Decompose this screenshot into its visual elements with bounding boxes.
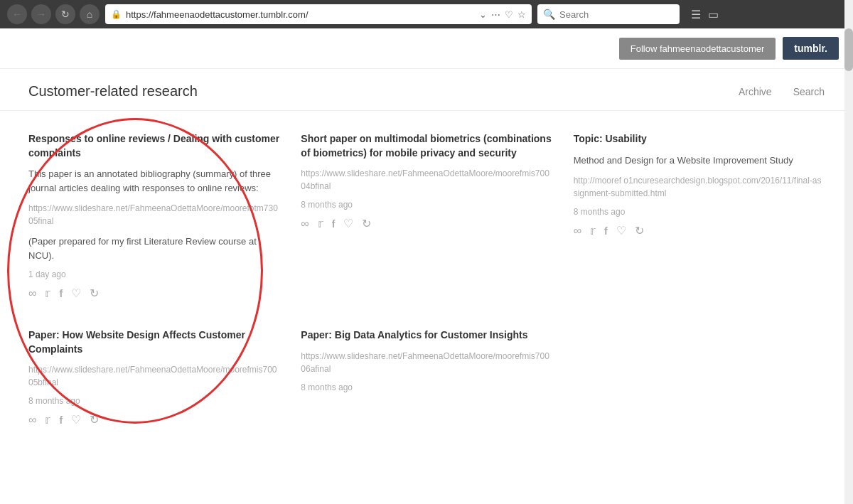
url-text: https://fahmeenaodettacustomer.tumblr.co…	[126, 9, 475, 20]
archive-link[interactable]: Archive	[739, 86, 772, 97]
sidebar-icon[interactable]: ▭	[708, 8, 719, 21]
post-body: Method and Design for a Website Improvem…	[574, 154, 825, 168]
post-time: 8 months ago	[574, 207, 825, 217]
browser-search-input[interactable]	[559, 9, 674, 20]
post-title: Short paper on multimodal biometrics (co…	[301, 132, 552, 160]
browser-chrome: ← → ↻ ⌂ 🔒 https://fahmeenaodettacustomer…	[0, 0, 853, 28]
search-icon: 🔍	[543, 9, 555, 20]
permalink-button[interactable]: ∞	[28, 414, 36, 427]
post-link: https://www.slideshare.net/FahmeenaOdett…	[301, 350, 552, 375]
twitter-share-button[interactable]: 𝕣	[318, 217, 323, 230]
post-item: Topic: Usability Method and Design for a…	[574, 132, 825, 300]
post-time: 8 months ago	[301, 382, 552, 392]
tumblr-button[interactable]: tumblr.	[783, 37, 839, 60]
blog-title: Customer-related research	[28, 83, 198, 100]
twitter-share-button[interactable]: 𝕣	[590, 224, 596, 237]
posts-container: Responses to online reviews / Dealing wi…	[0, 111, 853, 448]
post-time: 8 months ago	[301, 200, 552, 210]
blog-nav: Archive Search	[739, 86, 825, 97]
facebook-share-button[interactable]: f	[332, 218, 336, 230]
back-button[interactable]: ←	[7, 4, 27, 24]
scrollbar-thumb[interactable]	[844, 28, 853, 71]
scrollbar[interactable]	[844, 0, 853, 504]
like-button[interactable]: ♡	[343, 217, 353, 230]
dropdown-icon[interactable]: ⌄	[479, 9, 487, 20]
post-item: Paper: How Website Design Affects Custom…	[28, 328, 279, 427]
blog-header: Customer-related research Archive Search	[0, 69, 853, 111]
follow-button[interactable]: Follow fahmeenaodettacustomer	[619, 38, 776, 60]
post-item: Paper: Big Data Analytics for Customer I…	[301, 328, 552, 427]
star-icon[interactable]: ☆	[517, 9, 526, 20]
reblog-button[interactable]: ↻	[90, 286, 99, 300]
reblog-button[interactable]: ↻	[362, 217, 371, 230]
library-icon[interactable]: ☰	[691, 8, 701, 21]
post-time: 1 day ago	[28, 269, 279, 279]
twitter-share-button[interactable]: 𝕣	[45, 413, 50, 427]
post-time: 8 months ago	[28, 396, 279, 406]
site-header: Follow fahmeenaodettacustomer tumblr.	[0, 28, 853, 69]
search-link[interactable]: Search	[793, 86, 825, 97]
post-extra: (Paper prepared for my first Literature …	[28, 235, 279, 262]
forward-button[interactable]: →	[31, 4, 51, 24]
like-button[interactable]: ♡	[71, 413, 81, 427]
post-link: https://www.slideshare.net/FahmeenaOdett…	[301, 167, 552, 193]
bookmark-icon[interactable]: ♡	[505, 9, 513, 20]
page-content: Follow fahmeenaodettacustomer tumblr. Cu…	[0, 28, 853, 504]
lock-icon: 🔒	[111, 9, 122, 19]
browser-search-box[interactable]: 🔍	[537, 4, 680, 24]
post-actions: ∞ 𝕣 f ♡ ↻	[28, 286, 279, 300]
like-button[interactable]: ♡	[71, 286, 81, 300]
facebook-share-button[interactable]: f	[59, 414, 63, 426]
twitter-share-button[interactable]: 𝕣	[45, 286, 50, 300]
post-link: https://www.slideshare.net/FahmeenaOdett…	[28, 202, 279, 227]
facebook-share-button[interactable]: f	[604, 225, 608, 237]
post-title: Responses to online reviews / Dealing wi…	[28, 132, 279, 160]
permalink-button[interactable]: ∞	[28, 287, 36, 300]
post-item: Short paper on multimodal biometrics (co…	[301, 132, 552, 300]
post-actions: ∞ 𝕣 f ♡ ↻	[574, 224, 825, 237]
permalink-button[interactable]: ∞	[301, 218, 309, 230]
facebook-share-button[interactable]: f	[59, 288, 63, 299]
reload-button[interactable]: ↻	[55, 4, 75, 24]
post-body: This paper is an annotated bibliography …	[28, 167, 279, 195]
post-link: https://www.slideshare.net/FahmeenaOdett…	[28, 363, 279, 389]
post-link: http://mooref o1ncuresearchdesign.blogsp…	[574, 174, 825, 200]
home-button[interactable]: ⌂	[80, 4, 100, 24]
more-icon[interactable]: ⋯	[491, 9, 500, 20]
post-topic: Topic: Usability	[574, 132, 825, 146]
post-actions: ∞ 𝕣 f ♡ ↻	[28, 413, 279, 427]
post-title: Paper: How Website Design Affects Custom…	[28, 328, 279, 356]
post-item: Responses to online reviews / Dealing wi…	[28, 132, 279, 300]
permalink-button[interactable]: ∞	[574, 225, 581, 237]
post-title: Paper: Big Data Analytics for Customer I…	[301, 328, 552, 343]
like-button[interactable]: ♡	[616, 224, 626, 237]
reblog-button[interactable]: ↻	[90, 413, 99, 427]
post-actions: ∞ 𝕣 f ♡ ↻	[301, 217, 552, 230]
reblog-button[interactable]: ↻	[635, 224, 644, 237]
address-bar[interactable]: 🔒 https://fahmeenaodettacustomer.tumblr.…	[105, 4, 532, 24]
